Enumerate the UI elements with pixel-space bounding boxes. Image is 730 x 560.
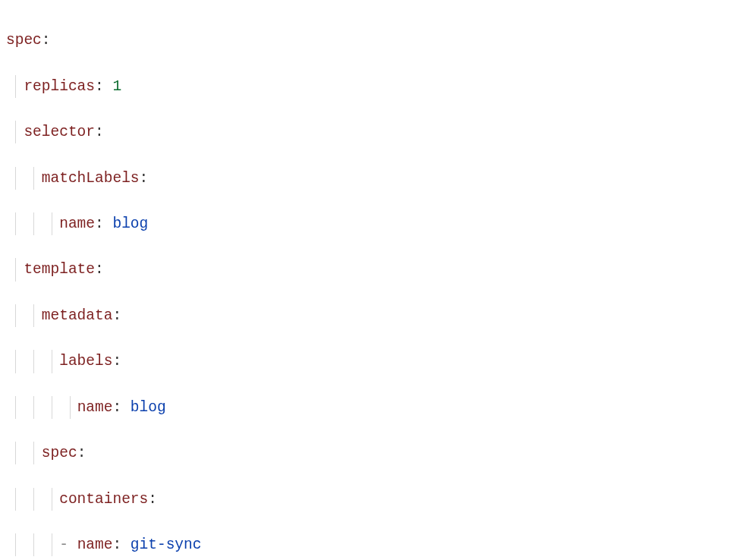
yaml-code-block: spec: replicas: 1 selector: matchLabels:… [6, 6, 730, 560]
yaml-key: name [59, 216, 95, 232]
code-line: selector: [6, 121, 730, 143]
code-line: name: blog [6, 396, 730, 419]
yaml-key: name [77, 399, 113, 416]
yaml-key: spec [42, 445, 77, 461]
code-line: spec: [6, 29, 730, 52]
code-line: containers: [6, 488, 730, 511]
yaml-value: git-sync [131, 536, 202, 553]
yaml-key: name [77, 536, 113, 553]
yaml-key: metadata [42, 307, 113, 324]
dash-icon: - [59, 536, 77, 553]
yaml-key: labels [59, 353, 112, 370]
code-line: metadata: [6, 304, 730, 327]
code-line: template: [6, 258, 730, 281]
yaml-key: selector [24, 124, 95, 140]
yaml-value: blog [131, 399, 166, 416]
yaml-key: spec [6, 32, 42, 49]
code-line: labels: [6, 350, 730, 373]
code-line: replicas: 1 [6, 75, 730, 98]
yaml-key: matchLabels [42, 170, 140, 187]
code-line: spec: [6, 442, 730, 464]
code-line: - name: git-sync [6, 533, 730, 556]
yaml-key: template [24, 261, 95, 278]
yaml-key: replicas [24, 78, 95, 95]
yaml-key: containers [59, 491, 148, 508]
code-line: matchLabels: [6, 167, 730, 190]
code-line: name: blog [6, 212, 730, 235]
yaml-value: blog [112, 216, 148, 232]
yaml-value: 1 [112, 78, 121, 95]
